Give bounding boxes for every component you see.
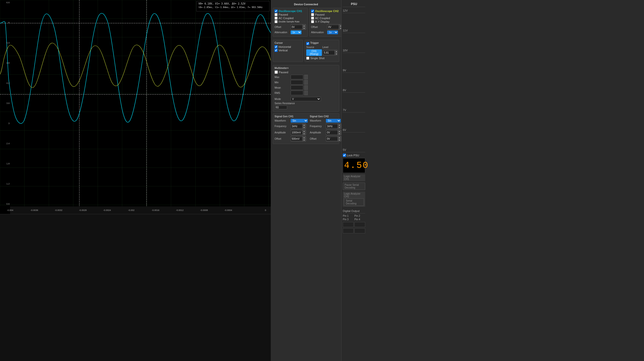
cursor-horizontal-checkbox[interactable] bbox=[275, 45, 278, 48]
psu-12v: 12V bbox=[343, 8, 365, 13]
mean-value[interactable] bbox=[291, 85, 303, 90]
pin2-box[interactable] bbox=[354, 222, 365, 227]
x-label: -0.0016 bbox=[152, 209, 159, 211]
x-label: -0.0012 bbox=[176, 209, 184, 211]
sig-gen-ch1-title: Signal Gen CH1 bbox=[275, 115, 308, 118]
ch1-paused-checkbox[interactable] bbox=[275, 13, 278, 16]
logic-analyzer-ch1-section: Logic Analyzer CH1 bbox=[343, 174, 365, 181]
cursor-title: Cursor bbox=[275, 42, 301, 44]
single-shot-checkbox[interactable] bbox=[306, 57, 309, 60]
x-label: -0.002 bbox=[128, 209, 135, 211]
lock-psu-label: Lock PSU bbox=[347, 154, 359, 157]
y-axis: 6.6 6 5.4 4.8 4.2 3.6 3 2.4 1.8 1.2 0.6 bbox=[0, 0, 10, 206]
max-value[interactable] bbox=[291, 75, 303, 79]
ch2-atten-label: Attenuation bbox=[311, 31, 326, 34]
ch2-offset-stepper: ▲ ▼ bbox=[327, 24, 341, 30]
ch1-paused-label: Paused bbox=[279, 13, 288, 16]
scope-bottom-area bbox=[0, 214, 271, 361]
rms-label: RMS bbox=[275, 92, 290, 94]
pause-serial-decoding-button[interactable]: Pause Serial Decoding bbox=[343, 183, 365, 190]
sig-ch1-freq-up[interactable]: ▲ bbox=[302, 124, 306, 126]
y-label: 1.2 bbox=[1, 183, 10, 185]
sig-ch2-freq-stepper: ▲ ▼ bbox=[326, 123, 341, 129]
ch2-offset-down[interactable]: ▼ bbox=[339, 27, 341, 29]
signal-gen-ch2: Signal Gen CH2 Waveform Sin Square Frequ… bbox=[310, 115, 341, 142]
sig-ch1-freq-input[interactable] bbox=[291, 125, 302, 128]
cursor-horizontal-label: Horizontal bbox=[279, 45, 291, 48]
logic-analyzer-ch2-section: Logic Analyzer CH2 Serial Decoding bbox=[343, 192, 365, 207]
sig-ch1-offset-stepper: ▲ ▼ bbox=[291, 136, 306, 141]
pin4-box[interactable] bbox=[354, 228, 365, 233]
ch2-serial-decoding-button[interactable]: Serial Decoding bbox=[344, 198, 364, 206]
trigger-checkbox[interactable] bbox=[306, 42, 309, 45]
sig-ch1-waveform-select[interactable]: Sin Square Sawtooth bbox=[291, 119, 308, 123]
sig-ch2-offset-up[interactable]: ▲ bbox=[337, 136, 341, 139]
sig-ch1-offset-up[interactable]: ▲ bbox=[302, 136, 306, 139]
max-indicator[interactable] bbox=[304, 75, 308, 79]
ch1-ac-coupled-checkbox[interactable] bbox=[275, 17, 278, 20]
cursor-vertical-checkbox[interactable] bbox=[275, 49, 278, 52]
sig-ch2-freq-input[interactable] bbox=[326, 125, 337, 128]
sig-ch2-waveform-select[interactable]: Sin Square bbox=[326, 119, 341, 123]
psu-10v: 10V bbox=[343, 48, 365, 53]
digital-output-title: Digital Output bbox=[343, 209, 365, 213]
ch2-offset-label: Offset bbox=[311, 26, 326, 28]
multimeter-paused-checkbox[interactable] bbox=[275, 70, 278, 74]
trigger-level-down[interactable]: ▼ bbox=[334, 53, 337, 55]
ch1-offset-input[interactable] bbox=[291, 25, 302, 29]
trigger-level-input[interactable] bbox=[323, 51, 334, 54]
pin3-box[interactable] bbox=[343, 228, 354, 233]
min-indicator[interactable] bbox=[304, 80, 308, 85]
sig-ch2-offset-input[interactable] bbox=[326, 137, 337, 140]
ch1-offset-down[interactable]: ▼ bbox=[302, 27, 306, 29]
ch2-offset-input[interactable] bbox=[327, 25, 339, 29]
ch2-paused-checkbox[interactable] bbox=[311, 13, 314, 16]
ch1-checkbox[interactable] bbox=[275, 10, 278, 13]
rms-value[interactable] bbox=[291, 91, 303, 95]
sig-ch2-freq-down[interactable]: ▼ bbox=[337, 126, 341, 129]
sig-ch2-amp-up[interactable]: ▲ bbox=[337, 130, 341, 132]
sig-ch1-amp-stepper: ▲ ▼ bbox=[291, 130, 306, 135]
sig-ch1-offset-down[interactable]: ▼ bbox=[302, 139, 306, 141]
sig-ch1-amp-up[interactable]: ▲ bbox=[302, 130, 306, 132]
ch1-offset-up[interactable]: ▲ bbox=[302, 24, 306, 27]
sig-ch1-freq-down[interactable]: ▼ bbox=[302, 126, 306, 129]
controls-panel: Device Connected Oscilloscope CH1 Paused… bbox=[271, 0, 341, 361]
min-value[interactable] bbox=[291, 80, 303, 85]
mean-indicator[interactable] bbox=[304, 85, 308, 90]
ch2-offset-up[interactable]: ▲ bbox=[339, 24, 341, 27]
trigger-level-up[interactable]: ▲ bbox=[334, 50, 337, 53]
ch1-attenuation-select[interactable]: 1x 10x bbox=[291, 30, 301, 34]
scope-area: V0= 6.18V, V1= 3.66V, ΔV= 2.52V t0=-2.85… bbox=[0, 0, 271, 361]
ch2-ac-coupled-checkbox[interactable] bbox=[311, 17, 314, 20]
sig-ch2-freq-up[interactable]: ▲ bbox=[337, 124, 341, 126]
x-label: 0 bbox=[265, 209, 266, 211]
sig-ch2-amp-down[interactable]: ▼ bbox=[337, 132, 341, 135]
pin1-box[interactable] bbox=[343, 222, 354, 227]
sig-ch1-amp-label: Amplitude bbox=[275, 131, 290, 134]
sig-ch2-amp-label: Amplitude bbox=[310, 131, 325, 134]
mode-select[interactable]: V A Ω bbox=[291, 97, 321, 101]
psu-11v: 11V bbox=[343, 28, 365, 33]
sig-ch1-amp-down[interactable]: ▼ bbox=[302, 132, 306, 135]
series-resistance-input[interactable] bbox=[275, 105, 287, 109]
sig-ch1-amp-input[interactable] bbox=[291, 131, 302, 134]
ch1-offset-stepper: ▲ ▼ bbox=[291, 24, 306, 30]
x-label: -0.0024 bbox=[103, 209, 111, 211]
x-label: -0.0008 bbox=[200, 209, 208, 211]
pin3-label: Pin 3 bbox=[343, 218, 354, 221]
ch2-checkbox[interactable] bbox=[311, 10, 314, 13]
ch2-attenuation-select[interactable]: 1x 10x bbox=[327, 30, 338, 34]
y-label: 5.4 bbox=[1, 42, 10, 44]
y-label: 2.4 bbox=[1, 142, 10, 145]
sig-ch1-offset-input[interactable] bbox=[291, 137, 302, 140]
sig-ch2-offset-down[interactable]: ▼ bbox=[337, 139, 341, 141]
sig-ch2-amp-input[interactable] bbox=[326, 131, 337, 134]
ch1-double-sample-checkbox[interactable] bbox=[275, 20, 278, 23]
multimeter-section: Multimeter+ Paused Max Min bbox=[273, 65, 339, 112]
lock-psu-checkbox[interactable] bbox=[343, 154, 346, 157]
trigger-source-button[interactable]: CH1 (Rising) bbox=[306, 49, 322, 56]
oscilloscope-ch1-section: Oscilloscope CH1 Paused AC Coupled Doubl… bbox=[273, 8, 308, 37]
ch2-xy-checkbox[interactable] bbox=[311, 20, 314, 23]
rms-indicator[interactable] bbox=[304, 91, 308, 95]
